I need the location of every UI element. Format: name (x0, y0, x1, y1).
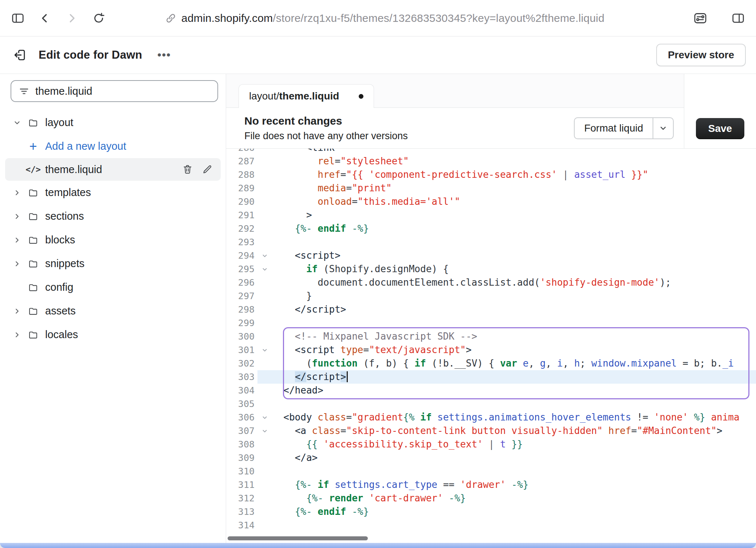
folder-icon (28, 259, 39, 269)
unsaved-dot-icon (359, 94, 363, 99)
chevron-right-icon[interactable] (13, 189, 22, 197)
chevron-right-icon[interactable] (13, 307, 22, 315)
format-dropdown-button[interactable] (653, 118, 673, 138)
tab-strip: layout/theme.liquid (226, 74, 684, 108)
rename-file-icon[interactable] (202, 164, 213, 175)
address-bar[interactable]: admin.shopify.com/store/rzq1xu-f5/themes… (165, 12, 692, 24)
tree-item-blocks[interactable]: blocks (0, 228, 226, 252)
tree-item-assets[interactable]: assets (0, 299, 226, 323)
extensions-icon[interactable] (692, 10, 709, 27)
tree-item-snippets[interactable]: snippets (0, 252, 226, 275)
fold-gutter (257, 330, 272, 343)
line-number: 290 (226, 195, 257, 208)
code-line-288[interactable]: 288 href="{{ 'component-predictive-searc… (226, 168, 756, 181)
back-icon[interactable] (36, 10, 53, 27)
reload-icon[interactable] (90, 10, 107, 27)
tree-item-sections[interactable]: sections (0, 204, 226, 228)
preview-store-button[interactable]: Preview store (656, 44, 746, 66)
code-text: > (272, 208, 756, 222)
code-line-286[interactable]: 286 <link (226, 149, 756, 154)
code-line-294[interactable]: 294 <script> (226, 249, 756, 262)
fold-gutter (257, 438, 272, 451)
split-view-icon[interactable] (730, 10, 747, 27)
code-line-314[interactable]: 314 (226, 518, 756, 532)
tree-item-config[interactable]: config (0, 275, 226, 299)
code-line-287[interactable]: 287 rel="stylesheet" (226, 154, 756, 168)
code-line-289[interactable]: 289 media="print" (226, 181, 756, 195)
code-line-293[interactable]: 293 (226, 235, 756, 249)
horizontal-scrollbar-thumb[interactable] (228, 536, 368, 540)
code-line-300[interactable]: 300 <!-- Mixpanel Javascript SDK --> (226, 330, 756, 343)
fold-gutter (257, 492, 272, 505)
file-search-box[interactable] (11, 80, 218, 102)
fold-chevron-icon[interactable] (257, 249, 272, 262)
fold-chevron-icon[interactable] (257, 343, 272, 357)
tab-theme-liquid[interactable]: layout/theme.liquid (239, 84, 374, 108)
sidebar-toggle-icon[interactable] (9, 10, 26, 27)
save-button[interactable]: Save (696, 118, 744, 139)
line-number: 296 (226, 276, 257, 289)
fold-gutter (257, 181, 272, 195)
code-line-298[interactable]: 298 </script> (226, 303, 756, 316)
tree-item-templates[interactable]: templates (0, 181, 226, 204)
text-cursor (347, 371, 348, 382)
code-line-306[interactable]: 306 <body class="gradient{% if settings.… (226, 411, 756, 424)
chevron-down-icon (658, 124, 668, 133)
code-editor[interactable]: 286 <link287 rel="stylesheet"288 href="{… (226, 149, 756, 543)
line-number: 293 (226, 235, 257, 249)
filter-icon (19, 86, 29, 97)
line-number: 308 (226, 438, 257, 451)
line-number: 286 (226, 149, 257, 154)
tree-item-label: snippets (45, 258, 84, 270)
code-line-307[interactable]: 307 <a class="skip-to-content-link butto… (226, 424, 756, 438)
code-line-296[interactable]: 296 document.documentElement.classList.a… (226, 276, 756, 289)
fold-chevron-icon[interactable] (257, 424, 272, 438)
save-zone: Save (684, 74, 756, 149)
tree-item-label: sections (45, 210, 84, 222)
tree-item-locales[interactable]: locales (0, 323, 226, 347)
folder-icon (28, 330, 39, 340)
fold-chevron-icon[interactable] (257, 262, 272, 276)
code-line-313[interactable]: 313 {%- endif -%} (226, 505, 756, 518)
chevron-right-icon[interactable] (13, 212, 22, 220)
code-line-305[interactable]: 305 (226, 397, 756, 411)
fold-gutter (257, 518, 272, 532)
file-search-input[interactable] (35, 85, 210, 97)
code-line-295[interactable]: 295 if (Shopify.designMode) { (226, 262, 756, 276)
code-line-311[interactable]: 311 {%- if settings.cart_type == 'drawer… (226, 478, 756, 492)
fold-chevron-icon[interactable] (257, 411, 272, 424)
chevron-right-icon[interactable] (13, 236, 22, 244)
code-line-302[interactable]: 302 (function (f, b) { if (!b.__SV) { va… (226, 357, 756, 370)
forward-icon[interactable] (63, 10, 80, 27)
file-sidebar: layout+Add a new layout</>theme.liquidte… (0, 74, 226, 543)
code-line-291[interactable]: 291 > (226, 208, 756, 222)
line-number: 313 (226, 505, 257, 518)
code-line-309[interactable]: 309 </a> (226, 451, 756, 465)
code-line-310[interactable]: 310 (226, 465, 756, 478)
code-line-292[interactable]: 292 {%- endif -%} (226, 222, 756, 235)
chevron-right-icon[interactable] (13, 331, 22, 339)
tree-item-theme.liquid[interactable]: </>theme.liquid (5, 158, 221, 181)
tree-item-add-a-new-layout[interactable]: +Add a new layout (0, 134, 226, 158)
line-number: 288 (226, 168, 257, 181)
fold-gutter (257, 208, 272, 222)
folder-icon (28, 118, 39, 128)
chevron-right-icon[interactable] (13, 260, 22, 268)
code-line-303[interactable]: 303 </script> (226, 370, 756, 384)
exit-icon[interactable] (10, 46, 29, 64)
code-line-297[interactable]: 297 } (226, 289, 756, 303)
delete-file-icon[interactable] (182, 164, 193, 175)
code-line-290[interactable]: 290 onload="this.media='all'" (226, 195, 756, 208)
code-line-304[interactable]: 304 </head> (226, 384, 756, 397)
format-liquid-button[interactable]: Format liquid (574, 117, 674, 139)
chevron-down-icon[interactable] (13, 119, 22, 127)
browser-window: admin.shopify.com/store/rzq1xu-f5/themes… (0, 0, 756, 548)
folder-icon (28, 188, 39, 198)
code-line-312[interactable]: 312 {%- render 'cart-drawer' -%} (226, 492, 756, 505)
tree-item-layout[interactable]: layout (0, 111, 226, 134)
code-line-299[interactable]: 299 (226, 316, 756, 330)
more-actions-button[interactable]: ••• (157, 49, 171, 61)
code-text (272, 465, 756, 478)
code-line-301[interactable]: 301 <script type="text/javascript"> (226, 343, 756, 357)
code-line-308[interactable]: 308 {{ 'accessibility.skip_to_text' | t … (226, 438, 756, 451)
